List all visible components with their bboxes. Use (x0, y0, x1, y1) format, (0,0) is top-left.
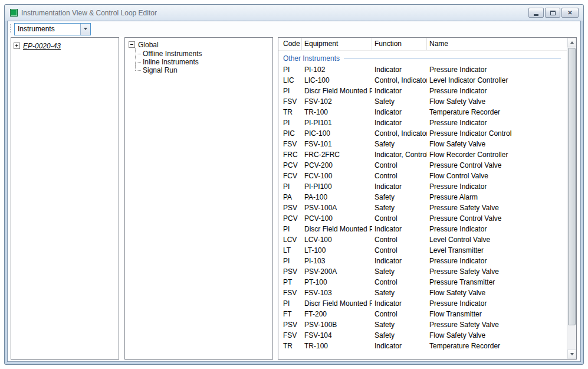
table-cell: TR-100 (302, 341, 372, 351)
table-row[interactable]: PIDiscr Field Mounted PIIndicatorPressur… (278, 298, 567, 309)
table-row[interactable]: PICPIC-100Control, IndicatorPressure Ind… (278, 128, 567, 139)
hierarchy-root-node[interactable]: Global (129, 40, 269, 49)
column-header-function[interactable]: Function (372, 38, 427, 50)
table-cell: Level Transmitter (427, 245, 512, 256)
table-row[interactable]: PIPI-102IndicatorPressure Indicator (278, 64, 567, 75)
vertical-scrollbar[interactable] (567, 38, 576, 359)
maximize-icon (550, 11, 556, 15)
table-row[interactable]: PSVPSV-200ASafetyPressure Safety Valve (278, 266, 567, 277)
table-cell: PT-100 (302, 277, 372, 288)
table-cell-filler (512, 298, 567, 309)
table-row[interactable]: LICLIC-100Control, IndicatorLevel Indica… (278, 75, 567, 86)
client-area: Instruments EP-0020-43 (7, 21, 581, 362)
project-tree-node[interactable]: EP-0020-43 (14, 41, 116, 50)
table-cell: Flow Recorder Controller (427, 149, 512, 160)
instruments-panel: Code Equipment Function Name Other Instr… (278, 37, 577, 360)
table-row[interactable]: FSVFSV-101SafetyFlow Safety Valve (278, 139, 567, 149)
table-row[interactable]: PCVPCV-100ControlPressure Control Valve (278, 213, 567, 224)
table-cell: Safety (372, 288, 427, 298)
table-row[interactable]: TRTR-100IndicatorTemperature Recorder (278, 107, 567, 117)
table-cell: Pressure Indicator (427, 256, 512, 266)
hierarchy-root-label: Global (138, 41, 159, 49)
table-cell: Indicator (372, 298, 427, 309)
table-cell-filler (512, 75, 567, 86)
chevron-down-icon (84, 28, 87, 30)
table-row[interactable]: PSVPSV-100ASafetyPressure Safety Valve (278, 203, 567, 213)
table-cell: PSV-200A (302, 266, 372, 277)
table-cell: Pressure Control Valve (427, 160, 512, 171)
table-cell: PI-PI100 (302, 181, 372, 192)
table-row[interactable]: PSVPSV-100BSafetyPressure Safety Valve (278, 319, 567, 330)
table-cell: Flow Safety Valve (427, 139, 512, 149)
minimize-button[interactable] (528, 8, 544, 18)
table-row[interactable]: PAPA-100SafetyPressure Alarm (278, 192, 567, 203)
table-row[interactable]: FCVFCV-100ControlFlow Control Valve (278, 171, 567, 181)
table-cell-filler (512, 288, 567, 298)
table-row[interactable]: PIPI-PI101IndicatorPressure Indicator (278, 117, 567, 128)
table-row[interactable]: FRCFRC-2FRCIndicator, ControlFlow Record… (278, 149, 567, 160)
table-row[interactable]: PTPT-100ControlPressure Transmitter (278, 277, 567, 288)
table-cell: Temperature Recorder (427, 107, 512, 117)
scroll-down-button[interactable] (567, 350, 576, 359)
table-cell: PCV-100 (302, 213, 372, 224)
collapse-minus-icon[interactable] (129, 41, 135, 48)
table-cell: LCV (278, 234, 302, 245)
table-row[interactable]: PIDiscr Field Mounted PIIndicatorPressur… (278, 86, 567, 96)
table-cell-filler (512, 86, 567, 96)
table-cell: Flow Safety Valve (427, 288, 512, 298)
table-row[interactable]: FTFT-200ControlFlow Transmitter (278, 309, 567, 319)
table-cell: Control (372, 277, 427, 288)
scroll-up-button[interactable] (567, 38, 576, 47)
table-cell: Control (372, 213, 427, 224)
table-row[interactable]: LTLT-100ControlLevel Transmitter (278, 245, 567, 256)
column-header-equipment[interactable]: Equipment (302, 38, 372, 50)
tree-item-offline-instruments[interactable]: Offline Instruments (135, 50, 269, 58)
table-row[interactable]: PCVPCV-200ControlPressure Control Valve (278, 160, 567, 171)
table-row[interactable]: FSVFSV-104SafetyFlow Safety Valve (278, 330, 567, 341)
table-cell: PA (278, 192, 302, 203)
table-row[interactable]: FSVFSV-103SafetyFlow Safety Valve (278, 288, 567, 298)
maximize-button[interactable] (545, 8, 560, 18)
toolbar: Instruments (8, 21, 580, 37)
table-cell: FSV-103 (302, 288, 372, 298)
table-cell-filler (512, 192, 567, 203)
project-link[interactable]: EP-0020-43 (23, 42, 61, 50)
table-row[interactable]: PIDiscr Field Mounted PIIndicatorPressur… (278, 224, 567, 234)
table-cell: Discr Field Mounted PI (302, 298, 372, 309)
table-cell: Pressure Control Valve (427, 213, 512, 224)
hierarchy-panel: Global Offline Instruments Inline Instru… (124, 37, 273, 360)
table-cell: Level Control Valve (427, 234, 512, 245)
table-cell: LIC-100 (302, 75, 372, 86)
table-cell-filler (512, 171, 567, 181)
table-cell: PSV (278, 266, 302, 277)
close-button[interactable]: ✕ (561, 8, 579, 18)
table-row[interactable]: TRTR-100IndicatorTemperature Recorder (278, 341, 567, 351)
app-icon (10, 9, 18, 17)
view-selector[interactable]: Instruments (14, 23, 91, 35)
table-cell: PI (278, 181, 302, 192)
table-cell: LT (278, 245, 302, 256)
view-selector-dropdown-button[interactable] (80, 24, 90, 35)
table-row[interactable]: PIPI-103IndicatorPressure Indicator (278, 256, 567, 266)
expand-plus-icon[interactable] (14, 43, 20, 49)
group-header-line (344, 58, 561, 58)
column-header-code[interactable]: Code (278, 38, 302, 50)
table-cell: FT (278, 309, 302, 319)
titlebar[interactable]: Instrumentation View & Control Loop Edit… (5, 5, 583, 21)
table-row[interactable]: PIPI-PI100IndicatorPressure Indicator (278, 181, 567, 192)
instruments-rows: PIPI-102IndicatorPressure IndicatorLICLI… (278, 64, 567, 351)
scrollbar-thumb[interactable] (568, 48, 576, 325)
project-panel: EP-0020-43 (11, 37, 119, 360)
table-cell-filler (512, 341, 567, 351)
tree-item-inline-instruments[interactable]: Inline Instruments (135, 58, 269, 66)
table-cell: Control (372, 245, 427, 256)
table-row[interactable]: LCVLCV-100ControlLevel Control Valve (278, 234, 567, 245)
table-cell: PCV (278, 213, 302, 224)
table-cell: Pressure Indicator (427, 224, 512, 234)
toolbar-grip[interactable] (10, 24, 12, 34)
table-cell: FRC (278, 149, 302, 160)
column-header-name[interactable]: Name (427, 38, 512, 50)
table-cell: PI-103 (302, 256, 372, 266)
table-row[interactable]: FSVFSV-102SafetyFlow Safety Valve (278, 96, 567, 107)
tree-item-signal-run[interactable]: Signal Run (135, 66, 269, 74)
